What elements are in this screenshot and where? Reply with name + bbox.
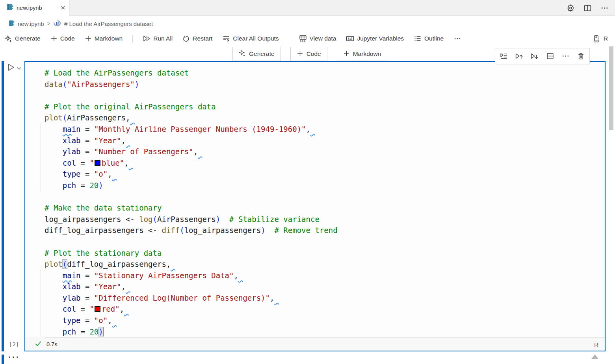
code-line[interactable]: ylab = "Number of Passengers", [45,146,605,157]
toolbar-divider [132,35,133,42]
insert-cell-toolbar: Generate Code Markdown [232,47,387,61]
code-line[interactable]: col = "red", [45,303,605,315]
split-editor-icon[interactable] [583,4,592,12]
code-line[interactable]: # Plot the stationary data [45,248,605,259]
more-actions-icon[interactable] [600,4,609,12]
tab-new-ipynb[interactable]: new.ipynb ✕ [0,0,70,16]
view-data-icon [299,35,307,42]
editor-scrollbar[interactable] [609,46,613,130]
text-cursor [103,327,104,336]
notebook-file-icon [9,20,15,28]
restart-icon [182,35,190,42]
code-line[interactable]: col = "blue", [45,157,605,169]
add-markdown-button[interactable]: Markdown [85,35,123,42]
code-line[interactable]: # Plot the original AirPassengers data [45,101,605,113]
cell-status-bar: 0.7s R [25,338,605,351]
sparkle-icon [5,35,12,42]
notebook-toolbar: Generate Code Markdown Run All [0,31,615,46]
color-swatch [95,306,100,312]
notebook-file-icon [7,4,13,12]
generate-button[interactable]: Generate [5,35,41,42]
svg-text:(x): (x) [348,37,353,41]
code-lines: # Load the AirPassengers datasetdata("Ai… [45,67,605,337]
code-line[interactable]: # Load the AirPassengers dataset [45,67,605,79]
execute-above-icon[interactable] [515,52,523,60]
sparkle-icon [239,50,246,58]
view-data-button[interactable]: View data [299,35,336,42]
code-cell[interactable]: # Load the AirPassengers datasetdata("Ai… [24,61,606,351]
clear-all-outputs-button[interactable]: Clear All Outputs [222,35,279,42]
code-line[interactable]: pch = 20) [45,180,605,191]
add-code-button[interactable]: Code [50,35,75,42]
color-swatch [95,160,100,166]
code-line[interactable]: main = "Stationary AirPassengers Data", [45,270,605,281]
breadcrumb-file[interactable]: new.ipynb [18,20,44,27]
code-line[interactable] [45,90,605,101]
breadcrumb: new.ipynb > R # Load the AirPassengers d… [9,17,153,30]
code-line[interactable] [45,191,605,203]
breadcrumb-section[interactable]: # Load the AirPassengers dataset [64,20,153,27]
code-line[interactable]: diff_log_airpassengers <- diff(log_airpa… [45,225,605,236]
code-editor[interactable]: # Load the AirPassengers datasetdata("Ai… [25,62,605,338]
close-icon[interactable]: ✕ [60,5,65,11]
svg-text:R: R [56,20,59,26]
code-line[interactable] [45,236,605,248]
outline-icon [414,35,422,42]
run-cell-button[interactable] [6,62,16,74]
scroll-up-indicator-icon[interactable] [591,355,598,359]
cell-action-toolbar [495,48,590,64]
settings-gear-icon[interactable] [567,4,575,12]
code-line[interactable]: type = "o", [45,315,605,326]
code-line[interactable]: data("AirPassengers") [45,79,605,90]
code-line[interactable]: # Make the data stationary [45,202,605,214]
jupyter-variables-button[interactable]: (x) Jupyter Variables [346,35,404,42]
success-check-icon [35,340,42,348]
chevron-right-icon: > [47,20,50,27]
insert-code-button[interactable]: Code [290,47,327,61]
run-options-chevron-icon[interactable] [17,65,22,72]
code-line[interactable]: xlab = "Year", [45,135,605,146]
restart-button[interactable]: Restart [182,35,212,42]
code-line[interactable]: ylab = "Differenced Log(Number of Passen… [45,292,605,304]
tab-title: new.ipynb [17,5,42,11]
plus-icon [50,35,58,42]
r-logo-icon: R [54,20,61,28]
plus-icon [343,50,350,58]
tab-bar: new.ipynb ✕ [0,0,615,16]
ellipsis-icon [453,35,461,42]
code-line[interactable]: main = "Monthly Airline Passenger Number… [45,124,605,135]
delete-cell-icon[interactable] [577,52,585,60]
code-line[interactable]: log_airpassengers <- log(AirPassengers) … [45,214,605,225]
outline-button[interactable]: Outline [414,35,444,42]
execution-duration: 0.7s [46,341,57,347]
focused-cell-indicator[interactable] [2,61,4,351]
kernel-label[interactable]: R [604,35,608,42]
run-all-button[interactable]: Run All [143,35,173,42]
notebook-editor: new.ipynb ✕ [0,0,615,364]
kernel-icon[interactable] [593,35,600,43]
insert-markdown-button[interactable]: Markdown [337,47,388,61]
execution-count: [2] [9,341,19,347]
collapsed-cell-indicator[interactable] [2,355,4,364]
cell-more-actions-icon[interactable] [561,52,570,60]
split-cell-icon[interactable] [546,52,554,60]
toolbar-divider [289,35,289,42]
insert-generate-button[interactable]: Generate [232,47,281,61]
code-line[interactable]: type = "o", [45,168,605,180]
code-line[interactable]: plot(diff_log_airpassengers, [45,259,605,270]
execute-below-icon[interactable] [530,52,539,60]
code-line[interactable]: plot(AirPassengers, [45,112,605,124]
code-line[interactable]: pch = 20) [45,326,605,338]
cell-language-label[interactable]: R [594,341,598,348]
run-all-icon [143,35,150,42]
toolbar-more-button[interactable] [453,35,461,42]
variables-icon: (x) [346,35,354,42]
collapsed-cell-dots[interactable]: ··· [8,352,20,362]
plus-icon [85,35,92,42]
clear-outputs-icon [222,35,230,42]
code-line[interactable]: xlab = "Year", [45,281,605,292]
execute-cells-icon[interactable] [500,52,508,60]
plus-icon [297,50,303,58]
